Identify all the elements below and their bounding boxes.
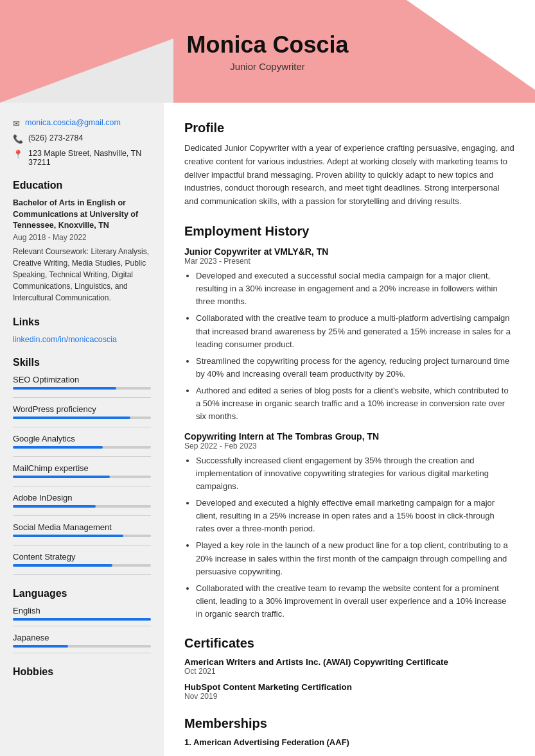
profile-section: Profile Dedicated Junior Copywriter with…	[184, 121, 514, 209]
languages-section-title: Languages	[13, 588, 151, 599]
certs-container: American Writers and Artists Inc. (AWAI)…	[184, 657, 514, 701]
header-triangle-left	[0, 39, 173, 103]
cert-date: Nov 2019	[184, 692, 514, 701]
skill-item: Social Media Management	[13, 522, 151, 537]
language-name: English	[13, 606, 151, 615]
job-title-header: Junior Copywriter	[186, 61, 348, 72]
language-item: English	[13, 606, 151, 621]
header-triangle-right	[407, 0, 535, 90]
bullet-item: Successfully increased client engagement…	[196, 454, 514, 493]
skills-section-title: Skills	[13, 357, 151, 368]
name: Monica Coscia	[186, 31, 348, 58]
skill-bar-fill	[13, 417, 130, 419]
education-coursework: Relevant Coursework: Literary Analysis, …	[13, 246, 151, 304]
skill-item: SEO Optimization	[13, 375, 151, 390]
skill-name: MailChimp expertise	[13, 463, 151, 473]
skill-item: MailChimp expertise	[13, 463, 151, 478]
skill-bar-fill	[13, 535, 123, 537]
skill-bar-fill	[13, 446, 103, 449]
skill-bar-fill	[13, 564, 112, 567]
language-item: Japanese	[13, 633, 151, 648]
skill-name: WordPress proficiency	[13, 404, 151, 414]
links-section-title: Links	[13, 316, 151, 328]
bullet-item: Authored and edited a series of blog pos…	[196, 384, 514, 423]
education-dates: Aug 2018 - May 2022	[13, 233, 151, 242]
employment-section: Employment History Junior Copywriter at …	[184, 224, 514, 621]
skill-item: Adobe InDesign	[13, 493, 151, 508]
cert-name: American Writers and Artists Inc. (AWAI)…	[184, 657, 514, 667]
skills-container: SEO Optimization WordPress proficiency G…	[13, 375, 151, 575]
header: Monica Coscia Junior Copywriter	[0, 0, 535, 103]
skill-bar-bg	[13, 476, 151, 478]
languages-container: English Japanese	[13, 606, 151, 653]
job-dates: Sep 2022 - Feb 2023	[184, 442, 514, 451]
language-bar-fill	[13, 645, 68, 648]
email-icon: ✉	[13, 119, 20, 128]
skill-item: WordPress proficiency	[13, 404, 151, 419]
skill-name: Social Media Management	[13, 522, 151, 532]
skill-bar-fill	[13, 476, 110, 478]
skill-bar-fill	[13, 505, 96, 508]
skill-bar-bg	[13, 564, 151, 567]
hobbies-section-title: Hobbies	[13, 666, 151, 678]
memberships-section: Memberships 1. American Advertising Fede…	[184, 716, 514, 747]
address-text: 123 Maple Street, Nashville, TN 37211	[28, 149, 151, 167]
job-entry: Copywriting Intern at The Tombras Group,…	[184, 431, 514, 621]
linkedin-link[interactable]: linkedin.com/in/monicacoscia	[13, 335, 117, 344]
phone-number: (526) 273-2784	[28, 133, 83, 142]
bullet-item: Played a key role in the launch of a new…	[196, 539, 514, 578]
cert-name: HubSpot Content Marketing Certification	[184, 682, 514, 692]
bullet-item: Collaborated with the creative team to r…	[196, 582, 514, 621]
skill-bar-bg	[13, 535, 151, 537]
education-section-title: Education	[13, 180, 151, 191]
language-name: Japanese	[13, 633, 151, 642]
layout: ✉ monica.coscia@gmail.com 📞 (526) 273-27…	[0, 103, 535, 756]
header-text: Monica Coscia Junior Copywriter	[186, 31, 348, 72]
language-bar-bg	[13, 618, 151, 621]
language-bar-fill	[13, 618, 151, 621]
sidebar: ✉ monica.coscia@gmail.com 📞 (526) 273-27…	[0, 103, 164, 756]
certificate-entry: HubSpot Content Marketing Certification …	[184, 682, 514, 701]
job-title: Copywriting Intern at The Tombras Group,…	[184, 431, 514, 442]
skill-name: Content Strategy	[13, 552, 151, 562]
skill-bar-bg	[13, 387, 151, 390]
job-bullets: Successfully increased client engagement…	[184, 454, 514, 621]
education-degree: Bachelor of Arts in English or Communica…	[13, 198, 151, 232]
jobs-container: Junior Copywriter at VMLY&R, TN Mar 2023…	[184, 246, 514, 621]
skill-name: Google Analytics	[13, 434, 151, 443]
employment-title: Employment History	[184, 224, 514, 239]
email-item: ✉ monica.coscia@gmail.com	[13, 118, 151, 128]
membership-item: 1. American Advertising Federation (AAF)	[184, 737, 514, 747]
memberships-container: 1. American Advertising Federation (AAF)	[184, 737, 514, 747]
bullet-item: Streamlined the copywriting process for …	[196, 355, 514, 381]
skill-bar-bg	[13, 505, 151, 508]
skill-bar-fill	[13, 387, 116, 390]
skill-bar-bg	[13, 446, 151, 449]
skill-name: Adobe InDesign	[13, 493, 151, 503]
phone-icon: 📞	[13, 134, 23, 144]
bullet-item: Developed and executed a successful soci…	[196, 270, 514, 308]
skill-name: SEO Optimization	[13, 375, 151, 384]
skill-bar-bg	[13, 417, 151, 419]
main-content: Profile Dedicated Junior Copywriter with…	[164, 103, 535, 756]
profile-title: Profile	[184, 121, 514, 135]
cert-date: Oct 2021	[184, 667, 514, 676]
email-link[interactable]: monica.coscia@gmail.com	[25, 118, 121, 127]
address-item: 📍 123 Maple Street, Nashville, TN 37211	[13, 149, 151, 167]
profile-text: Dedicated Junior Copywriter with a year …	[184, 142, 514, 209]
job-dates: Mar 2023 - Present	[184, 257, 514, 266]
phone-item: 📞 (526) 273-2784	[13, 133, 151, 144]
job-title: Junior Copywriter at VMLY&R, TN	[184, 246, 514, 257]
language-bar-bg	[13, 645, 151, 648]
certificate-entry: American Writers and Artists Inc. (AWAI)…	[184, 657, 514, 676]
location-icon: 📍	[13, 150, 23, 159]
bullet-item: Collaborated with the creative team to p…	[196, 312, 514, 350]
bullet-item: Developed and executed a highly effectiv…	[196, 497, 514, 535]
skill-item: Content Strategy	[13, 552, 151, 567]
memberships-title: Memberships	[184, 716, 514, 731]
skill-item: Google Analytics	[13, 434, 151, 449]
certificates-title: Certificates	[184, 636, 514, 651]
job-bullets: Developed and executed a successful soci…	[184, 270, 514, 424]
certificates-section: Certificates American Writers and Artist…	[184, 636, 514, 701]
job-entry: Junior Copywriter at VMLY&R, TN Mar 2023…	[184, 246, 514, 424]
